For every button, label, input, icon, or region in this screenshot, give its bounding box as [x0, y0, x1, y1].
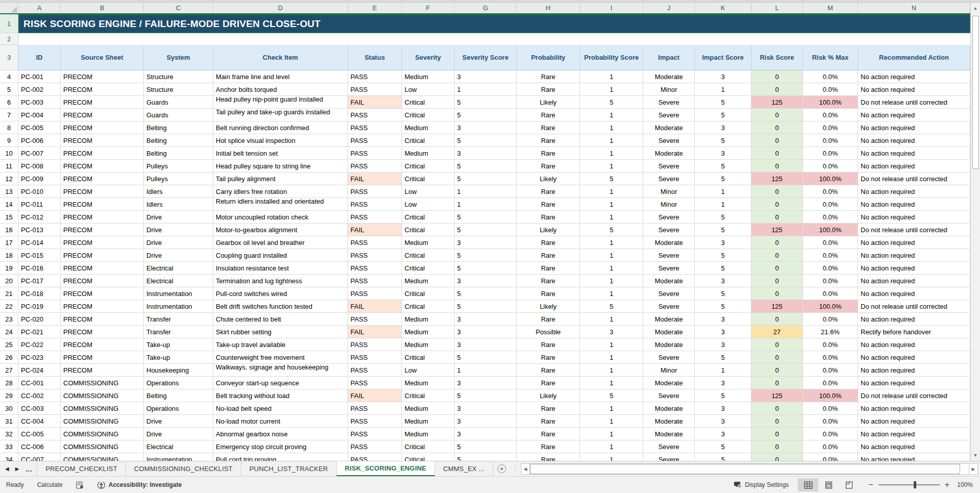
cell-impact-score[interactable]: 5 [695, 440, 751, 453]
cell-id[interactable]: PC-023 [18, 351, 61, 364]
cell-system[interactable]: Drive [144, 211, 213, 224]
cell-impact-score[interactable]: 1 [695, 185, 751, 198]
cell-probability[interactable]: Rare [517, 262, 580, 275]
cell-probability-score[interactable]: 1 [580, 83, 643, 96]
cell-risk-score[interactable]: 0 [751, 83, 803, 96]
cell-source-sheet[interactable]: PRECOM [61, 96, 144, 109]
cell-recommended-action[interactable]: No action required [858, 287, 970, 300]
row-number[interactable]: 14 [0, 198, 18, 211]
cell-severity[interactable]: Critical [402, 351, 455, 364]
cell-risk-score[interactable]: 0 [751, 364, 803, 377]
column-header-c[interactable]: C [144, 3, 213, 13]
cell-id[interactable]: PC-002 [18, 83, 61, 96]
cell-id[interactable]: PC-003 [18, 96, 61, 109]
cell-probability-score[interactable]: 1 [580, 364, 643, 377]
vertical-scrollbar-thumb[interactable] [972, 16, 979, 169]
cell-id[interactable]: PC-012 [18, 211, 61, 224]
cell-impact-score[interactable]: 5 [695, 160, 751, 172]
scroll-up-arrow-icon[interactable]: ▲ [971, 3, 980, 14]
cell-source-sheet[interactable]: PRECOM [61, 300, 144, 313]
cell-recommended-action[interactable]: No action required [858, 160, 970, 172]
cell-system[interactable]: Transfer [144, 313, 213, 326]
cell-recommended-action[interactable]: No action required [858, 440, 970, 453]
cell-risk-score[interactable]: 0 [751, 338, 803, 351]
cell-recommended-action[interactable]: No action required [858, 351, 970, 364]
cell-severity[interactable]: Low [402, 198, 455, 211]
cell-impact[interactable]: Severe [643, 440, 695, 453]
cell-status[interactable]: PASS [348, 262, 402, 275]
cell-system[interactable]: Instrumentation [144, 300, 213, 313]
cell-system[interactable]: Drive [144, 224, 213, 236]
cell-risk-pct[interactable]: 0.0% [803, 440, 858, 453]
cell-probability-score[interactable]: 1 [580, 275, 643, 287]
cell-status[interactable]: PASS [348, 198, 402, 211]
cell-impact-score[interactable]: 1 [695, 83, 751, 96]
cell-severity[interactable]: Critical [402, 453, 455, 461]
cell-probability-score[interactable]: 1 [580, 134, 643, 147]
cell-probability-score[interactable]: 1 [580, 313, 643, 326]
header-probability-score[interactable]: Probability Score [580, 45, 643, 70]
cell-system[interactable]: Drive [144, 236, 213, 249]
cell-impact[interactable]: Moderate [643, 275, 695, 287]
cell-source-sheet[interactable]: PRECOM [61, 172, 144, 185]
scroll-left-arrow-icon[interactable]: ◀ [521, 463, 530, 475]
cell-impact[interactable]: Minor [643, 198, 695, 211]
cell-severity-score[interactable]: 3 [455, 338, 517, 351]
cell-risk-pct[interactable]: 0.0% [803, 338, 858, 351]
row-number[interactable]: 5 [0, 83, 18, 96]
cell-recommended-action[interactable]: No action required [858, 147, 970, 160]
cell-probability-score[interactable]: 1 [580, 160, 643, 172]
cell-probability[interactable]: Rare [517, 440, 580, 453]
cell-risk-pct[interactable]: 100.0% [803, 172, 858, 185]
cell-impact[interactable]: Moderate [643, 428, 695, 440]
cell-system[interactable]: Structure [144, 83, 213, 96]
cell-probability[interactable]: Rare [517, 415, 580, 428]
cell-probability-score[interactable]: 1 [580, 287, 643, 300]
row-number[interactable]: 19 [0, 262, 18, 275]
cell-severity-score[interactable]: 3 [455, 415, 517, 428]
column-header-n[interactable]: N [858, 3, 970, 13]
cell-probability[interactable]: Rare [517, 249, 580, 262]
cell-system[interactable]: Pulleys [144, 160, 213, 172]
header-severity[interactable]: Severity [402, 45, 455, 70]
cell-system[interactable]: Instrumentation [144, 453, 213, 461]
cell-id[interactable]: PC-010 [18, 185, 61, 198]
zoom-out-button[interactable]: − [868, 480, 873, 489]
cell-risk-score[interactable]: 0 [751, 185, 803, 198]
cell-probability[interactable]: Rare [517, 377, 580, 389]
cell-severity-score[interactable]: 3 [455, 275, 517, 287]
cell-severity-score[interactable]: 1 [455, 364, 517, 377]
cell-impact[interactable]: Severe [643, 389, 695, 402]
cell-risk-score[interactable]: 0 [751, 160, 803, 172]
cell-check-item[interactable]: Return idlers installed and orientated [213, 198, 348, 211]
cell-impact[interactable]: Severe [643, 262, 695, 275]
cell-check-item[interactable]: Gearbox oil level and breather [213, 236, 348, 249]
cell-severity[interactable]: Medium [402, 338, 455, 351]
cell-severity-score[interactable]: 3 [455, 326, 517, 338]
cell-id[interactable]: CC-002 [18, 389, 61, 402]
cell-system[interactable]: Belting [144, 134, 213, 147]
cell-impact[interactable]: Severe [643, 172, 695, 185]
accessibility-status[interactable]: Accessibility: Investigate [97, 481, 182, 489]
cell-impact-score[interactable]: 3 [695, 377, 751, 389]
cell-probability-score[interactable]: 1 [580, 338, 643, 351]
cell-severity-score[interactable]: 3 [455, 313, 517, 326]
cell-risk-pct[interactable]: 0.0% [803, 198, 858, 211]
cell-impact-score[interactable]: 5 [695, 287, 751, 300]
cell-source-sheet[interactable]: PRECOM [61, 313, 144, 326]
cell-probability[interactable]: Rare [517, 121, 580, 134]
cell-risk-pct[interactable]: 0.0% [803, 83, 858, 96]
cell-probability-score[interactable]: 1 [580, 211, 643, 224]
cell-system[interactable]: Idlers [144, 198, 213, 211]
cell-impact-score[interactable]: 5 [695, 300, 751, 313]
cell-probability-score[interactable]: 5 [580, 224, 643, 236]
cell-recommended-action[interactable]: Do not release until corrected [858, 224, 970, 236]
column-header-d[interactable]: D [213, 3, 348, 13]
cell-impact-score[interactable]: 5 [695, 109, 751, 121]
cell-severity[interactable]: Critical [402, 224, 455, 236]
header-id[interactable]: ID [18, 45, 61, 70]
cell-probability[interactable]: Rare [517, 160, 580, 172]
header-probability[interactable]: Probability [517, 45, 580, 70]
cell-severity-score[interactable]: 1 [455, 185, 517, 198]
new-sheet-button[interactable]: + [493, 461, 511, 476]
